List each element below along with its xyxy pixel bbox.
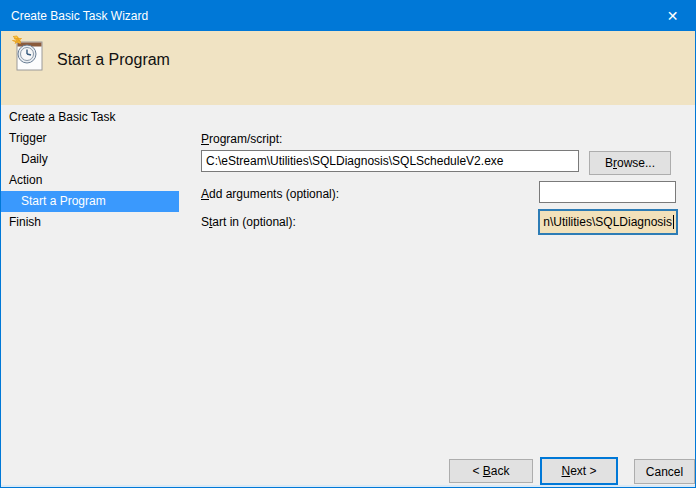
sidebar-item-start-a-program: Start a Program [1, 191, 179, 212]
start-in-input[interactable]: n\Utilities\SQLDiagnosis [538, 209, 678, 235]
sidebar-item-trigger: Trigger [1, 128, 179, 149]
window-title: Create Basic Task Wizard [11, 9, 148, 23]
close-button[interactable]: ✕ [650, 1, 695, 31]
add-arguments-input[interactable] [539, 181, 676, 203]
add-arguments-label: Add arguments (optional): [201, 187, 339, 201]
text-caret [673, 215, 674, 229]
task-scheduler-icon [8, 35, 46, 73]
wizard-steps-nav: Create a Basic Task Trigger Daily Action… [1, 107, 179, 233]
program-script-input[interactable]: C:\eStream\Utilities\SQLDiagnosis\SQLSch… [201, 150, 579, 172]
start-in-label: Start in (optional): [201, 215, 296, 229]
create-basic-task-wizard-window: Create Basic Task Wizard ✕ Start a Progr… [0, 0, 696, 488]
start-in-value: n\Utilities\SQLDiagnosis [543, 212, 672, 232]
sidebar-item-daily: Daily [1, 149, 179, 170]
browse-button[interactable]: Browse... [589, 151, 671, 175]
close-icon: ✕ [667, 8, 679, 24]
titlebar: Create Basic Task Wizard ✕ [1, 1, 695, 31]
cancel-button[interactable]: Cancel [634, 459, 695, 484]
next-button[interactable]: Next > [540, 457, 618, 485]
page-title: Start a Program [57, 51, 170, 69]
sidebar-item-finish: Finish [1, 212, 179, 233]
wizard-header: Start a Program [1, 31, 695, 105]
back-button[interactable]: < Back [449, 459, 533, 483]
sidebar-item-action: Action [1, 170, 179, 191]
program-script-label: Program/script: [201, 132, 282, 146]
sidebar-item-create-a-basic-task: Create a Basic Task [1, 107, 179, 128]
program-script-value: C:\eStream\Utilities\SQLDiagnosis\SQLSch… [206, 154, 503, 168]
